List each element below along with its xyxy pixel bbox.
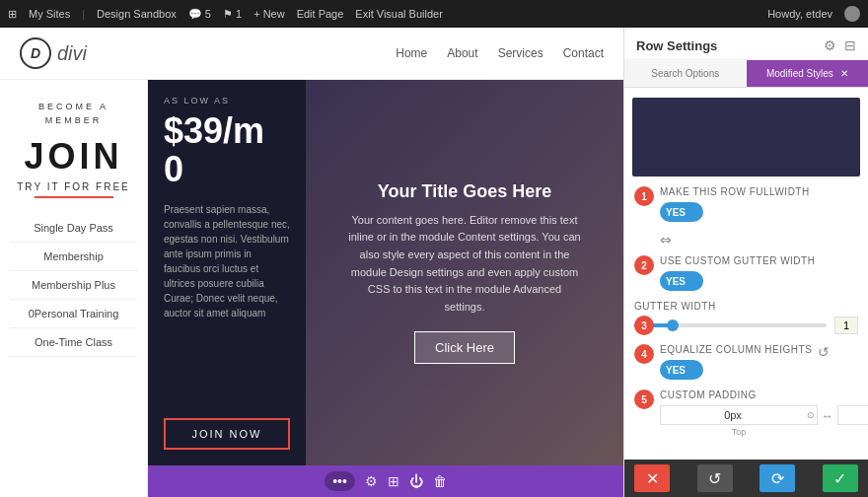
padding-top-unit[interactable]: ⊙	[805, 410, 817, 420]
tab-close-icon[interactable]: ✕	[840, 68, 848, 79]
content-body: Your content goes here. Editor remove th…	[346, 212, 583, 317]
toggle-knob	[707, 204, 719, 220]
main-wrapper: D divi Home About Services Contact BECOM…	[0, 28, 868, 497]
fullwidth-toggle[interactable]: YES	[660, 202, 703, 222]
step-4-badge: 4	[634, 344, 654, 364]
reset-button[interactable]: ↺	[697, 464, 733, 492]
site-logo: D divi	[20, 37, 87, 69]
toolbar-trash-icon[interactable]: 🗑	[433, 473, 447, 489]
copy-button[interactable]: ⟳	[760, 464, 795, 492]
equalize-label-row: Equalize Column Heights ↺	[660, 344, 858, 360]
cancel-button[interactable]: ✕	[634, 464, 670, 492]
flag-icon: ⚑ 1	[223, 8, 242, 21]
padding-bottom-input[interactable]	[838, 406, 868, 424]
gutter-width-content: Gutter Width 3 1	[634, 301, 858, 334]
try-free-text: TRY IT FOR FREE	[17, 181, 129, 192]
menu-single-day[interactable]: Single Day Pass	[10, 214, 137, 243]
site-nav: Home About Services Contact	[396, 46, 604, 60]
site-header: D divi Home About Services Contact	[0, 28, 623, 80]
gutter-label: Use Custom Gutter Width	[660, 255, 858, 266]
edit-page-link[interactable]: Edit Page	[297, 8, 344, 20]
equalize-toggle[interactable]: YES	[660, 360, 703, 380]
menu-membership-plus[interactable]: Membership Plus	[10, 271, 137, 300]
padding-top-field: ⊙ Top	[660, 405, 818, 437]
toolbar-power-icon[interactable]: ⏻	[409, 473, 423, 489]
as-low-as: AS LOW AS	[164, 96, 290, 106]
become-member-text: BECOME A MEMBER	[38, 100, 108, 128]
gutter-toggle-label: YES	[666, 276, 686, 287]
fullwidth-content: Make This Row Fullwidth YES	[660, 186, 858, 222]
design-sandbox-link[interactable]: Design Sandbox	[97, 8, 177, 20]
padding-top-input[interactable]	[661, 406, 805, 424]
row-preview-box	[632, 98, 860, 177]
panel-header-icons: ⚙ ⊟	[824, 37, 856, 53]
slider-thumb	[667, 320, 679, 331]
row-settings-panel: Row Settings ⚙ ⊟ Search Options Modified…	[623, 28, 868, 497]
padding-bottom-field: ⊙ Bottom	[837, 405, 868, 437]
content-panel: Your Title Goes Here Your content goes h…	[306, 80, 623, 465]
sidebar-menu: Single Day Pass Membership Membership Pl…	[10, 214, 137, 357]
gutter-slider[interactable]	[634, 323, 827, 327]
expand-icon[interactable]: ⊟	[844, 37, 856, 53]
hero-section: AS LOW AS $39/m 0 Praesent sapien massa,…	[148, 80, 623, 465]
setting-equalize: 4 Equalize Column Heights ↺ YES	[634, 344, 858, 380]
menu-personal-training[interactable]: 0Personal Training	[10, 300, 137, 328]
nav-services[interactable]: Services	[498, 46, 543, 60]
equalize-toggle-label: YES	[666, 365, 686, 376]
toolbar-more[interactable]: •••	[325, 471, 355, 491]
new-link[interactable]: + New	[253, 8, 285, 20]
gutter-toggle[interactable]: YES	[660, 271, 703, 291]
content-title: Your Title Goes Here	[378, 181, 551, 202]
toolbar-settings-icon[interactable]: ⚙	[365, 473, 378, 489]
try-free-underline	[35, 196, 113, 198]
swap-icon: ⇔	[660, 232, 672, 248]
menu-membership[interactable]: Membership	[10, 243, 137, 271]
step-3-badge: 3	[634, 316, 654, 335]
gutter-toggle-row: YES	[660, 271, 858, 291]
wp-icon: ⊞	[8, 8, 17, 21]
nav-home[interactable]: Home	[396, 46, 427, 60]
equalize-content: Equalize Column Heights ↺ YES	[660, 344, 858, 380]
exit-builder-link[interactable]: Exit Visual Builder	[355, 8, 442, 20]
confirm-button[interactable]: ✓	[823, 464, 858, 492]
fullwidth-toggle-label: YES	[666, 207, 686, 218]
equalize-toggle-knob	[707, 362, 719, 378]
join-now-button[interactable]: JOIN NOW	[164, 418, 290, 450]
admin-bar: ⊞ My Sites | Design Sandbox 💬 5 ⚑ 1 + Ne…	[0, 0, 868, 28]
step-1-badge: 1	[634, 186, 654, 206]
comment-bubble[interactable]: 💬 5	[188, 8, 211, 21]
my-sites-link[interactable]: My Sites	[29, 8, 70, 20]
menu-one-time-class[interactable]: One-Time Class	[10, 328, 137, 357]
padding-content: Custom Padding ⊙ Top ↔	[660, 390, 868, 437]
padding-bottom-wrap: ⊙	[837, 405, 868, 425]
nav-about[interactable]: About	[447, 46, 477, 60]
site-content: BECOME A MEMBER JOIN TRY IT FOR FREE Sin…	[0, 80, 623, 497]
panel-header: Row Settings ⚙ ⊟	[624, 28, 868, 60]
click-here-button[interactable]: Click Here	[414, 331, 515, 364]
site-sidebar: BECOME A MEMBER JOIN TRY IT FOR FREE Sin…	[0, 80, 148, 497]
gutter-width-value[interactable]: 1	[834, 317, 858, 334]
nav-contact[interactable]: Contact	[563, 46, 604, 60]
gutter-toggle-knob	[707, 273, 719, 289]
gutter-slider-row: 3 1	[634, 317, 858, 334]
logo-name: divi	[57, 42, 87, 65]
toolbar-grid-icon[interactable]: ⊞	[388, 473, 399, 489]
fullwidth-toggle-row: YES	[660, 202, 858, 222]
tab-search-options[interactable]: Search Options	[624, 60, 747, 87]
padding-bottom-label: Bottom	[837, 427, 868, 437]
action-bar: ✕ ↺ ⟳ ✓	[624, 460, 868, 497]
step-5-badge: 5	[634, 390, 654, 409]
setting-padding: 5 Custom Padding ⊙ Top ↔	[634, 390, 858, 437]
padding-arrow-1: ↔	[822, 409, 833, 437]
equalize-reset-icon[interactable]: ↺	[818, 344, 830, 360]
settings-gear-icon[interactable]: ⚙	[824, 37, 836, 53]
gutter-content: Use Custom Gutter Width YES	[660, 255, 858, 291]
pricing-desc: Praesent sapien massa, convallis a pelle…	[164, 202, 290, 320]
setting-gutter: 2 Use Custom Gutter Width YES	[634, 255, 858, 291]
equalize-label: Equalize Column Heights	[660, 344, 812, 355]
tab-modified-styles[interactable]: Modified Styles ✕	[747, 60, 869, 87]
padding-label: Custom Padding	[660, 390, 868, 400]
howdy-text: Howdy, etdev	[767, 8, 832, 20]
padding-top-wrap: ⊙	[660, 405, 818, 425]
pricing-panel: AS LOW AS $39/m 0 Praesent sapien massa,…	[148, 80, 306, 465]
